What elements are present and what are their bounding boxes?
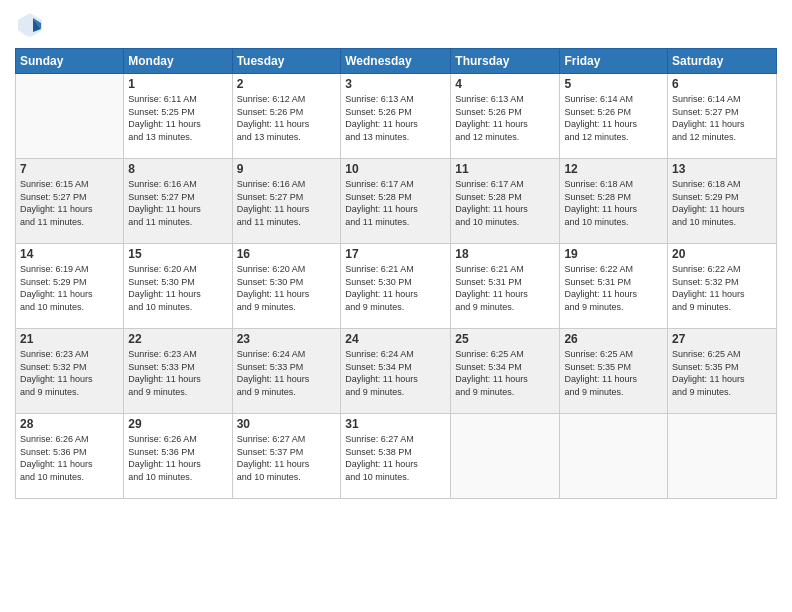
- day-number: 18: [455, 247, 555, 261]
- calendar-day-cell: 28Sunrise: 6:26 AMSunset: 5:36 PMDayligh…: [16, 414, 124, 499]
- day-info: Sunrise: 6:27 AMSunset: 5:38 PMDaylight:…: [345, 433, 446, 483]
- calendar-day-cell: 18Sunrise: 6:21 AMSunset: 5:31 PMDayligh…: [451, 244, 560, 329]
- calendar-day-cell: 11Sunrise: 6:17 AMSunset: 5:28 PMDayligh…: [451, 159, 560, 244]
- day-number: 14: [20, 247, 119, 261]
- logo-icon: [15, 10, 45, 40]
- day-info: Sunrise: 6:20 AMSunset: 5:30 PMDaylight:…: [237, 263, 337, 313]
- calendar-week-row: 21Sunrise: 6:23 AMSunset: 5:32 PMDayligh…: [16, 329, 777, 414]
- day-number: 28: [20, 417, 119, 431]
- calendar-day-cell: 20Sunrise: 6:22 AMSunset: 5:32 PMDayligh…: [668, 244, 777, 329]
- calendar-day-cell: [560, 414, 668, 499]
- calendar-day-cell: 5Sunrise: 6:14 AMSunset: 5:26 PMDaylight…: [560, 74, 668, 159]
- day-info: Sunrise: 6:23 AMSunset: 5:33 PMDaylight:…: [128, 348, 227, 398]
- day-info: Sunrise: 6:27 AMSunset: 5:37 PMDaylight:…: [237, 433, 337, 483]
- calendar-day-cell: 9Sunrise: 6:16 AMSunset: 5:27 PMDaylight…: [232, 159, 341, 244]
- day-info: Sunrise: 6:12 AMSunset: 5:26 PMDaylight:…: [237, 93, 337, 143]
- day-number: 8: [128, 162, 227, 176]
- day-number: 22: [128, 332, 227, 346]
- day-of-week-header: Tuesday: [232, 49, 341, 74]
- day-info: Sunrise: 6:17 AMSunset: 5:28 PMDaylight:…: [455, 178, 555, 228]
- day-info: Sunrise: 6:16 AMSunset: 5:27 PMDaylight:…: [128, 178, 227, 228]
- day-info: Sunrise: 6:24 AMSunset: 5:33 PMDaylight:…: [237, 348, 337, 398]
- day-of-week-header: Monday: [124, 49, 232, 74]
- day-number: 19: [564, 247, 663, 261]
- day-info: Sunrise: 6:22 AMSunset: 5:32 PMDaylight:…: [672, 263, 772, 313]
- calendar-week-row: 1Sunrise: 6:11 AMSunset: 5:25 PMDaylight…: [16, 74, 777, 159]
- calendar-day-cell: 6Sunrise: 6:14 AMSunset: 5:27 PMDaylight…: [668, 74, 777, 159]
- day-info: Sunrise: 6:26 AMSunset: 5:36 PMDaylight:…: [20, 433, 119, 483]
- calendar-table: SundayMondayTuesdayWednesdayThursdayFrid…: [15, 48, 777, 499]
- day-info: Sunrise: 6:26 AMSunset: 5:36 PMDaylight:…: [128, 433, 227, 483]
- calendar-day-cell: [16, 74, 124, 159]
- calendar-day-cell: 10Sunrise: 6:17 AMSunset: 5:28 PMDayligh…: [341, 159, 451, 244]
- day-info: Sunrise: 6:13 AMSunset: 5:26 PMDaylight:…: [455, 93, 555, 143]
- day-info: Sunrise: 6:24 AMSunset: 5:34 PMDaylight:…: [345, 348, 446, 398]
- day-number: 23: [237, 332, 337, 346]
- day-of-week-header: Wednesday: [341, 49, 451, 74]
- calendar-day-cell: 8Sunrise: 6:16 AMSunset: 5:27 PMDaylight…: [124, 159, 232, 244]
- day-of-week-header: Saturday: [668, 49, 777, 74]
- day-number: 1: [128, 77, 227, 91]
- calendar-day-cell: 19Sunrise: 6:22 AMSunset: 5:31 PMDayligh…: [560, 244, 668, 329]
- day-of-week-header: Thursday: [451, 49, 560, 74]
- day-number: 7: [20, 162, 119, 176]
- day-info: Sunrise: 6:23 AMSunset: 5:32 PMDaylight:…: [20, 348, 119, 398]
- calendar-day-cell: 2Sunrise: 6:12 AMSunset: 5:26 PMDaylight…: [232, 74, 341, 159]
- day-number: 17: [345, 247, 446, 261]
- day-number: 30: [237, 417, 337, 431]
- calendar-day-cell: 4Sunrise: 6:13 AMSunset: 5:26 PMDaylight…: [451, 74, 560, 159]
- day-info: Sunrise: 6:11 AMSunset: 5:25 PMDaylight:…: [128, 93, 227, 143]
- calendar-day-cell: 13Sunrise: 6:18 AMSunset: 5:29 PMDayligh…: [668, 159, 777, 244]
- calendar-day-cell: 27Sunrise: 6:25 AMSunset: 5:35 PMDayligh…: [668, 329, 777, 414]
- calendar-header-row: SundayMondayTuesdayWednesdayThursdayFrid…: [16, 49, 777, 74]
- day-info: Sunrise: 6:19 AMSunset: 5:29 PMDaylight:…: [20, 263, 119, 313]
- day-number: 3: [345, 77, 446, 91]
- calendar-day-cell: 30Sunrise: 6:27 AMSunset: 5:37 PMDayligh…: [232, 414, 341, 499]
- calendar-day-cell: 14Sunrise: 6:19 AMSunset: 5:29 PMDayligh…: [16, 244, 124, 329]
- day-number: 12: [564, 162, 663, 176]
- day-number: 4: [455, 77, 555, 91]
- day-number: 10: [345, 162, 446, 176]
- calendar-week-row: 14Sunrise: 6:19 AMSunset: 5:29 PMDayligh…: [16, 244, 777, 329]
- day-info: Sunrise: 6:22 AMSunset: 5:31 PMDaylight:…: [564, 263, 663, 313]
- calendar-week-row: 7Sunrise: 6:15 AMSunset: 5:27 PMDaylight…: [16, 159, 777, 244]
- day-info: Sunrise: 6:25 AMSunset: 5:35 PMDaylight:…: [564, 348, 663, 398]
- day-number: 6: [672, 77, 772, 91]
- day-info: Sunrise: 6:21 AMSunset: 5:30 PMDaylight:…: [345, 263, 446, 313]
- day-number: 26: [564, 332, 663, 346]
- day-of-week-header: Friday: [560, 49, 668, 74]
- day-info: Sunrise: 6:15 AMSunset: 5:27 PMDaylight:…: [20, 178, 119, 228]
- calendar-day-cell: [451, 414, 560, 499]
- day-info: Sunrise: 6:18 AMSunset: 5:29 PMDaylight:…: [672, 178, 772, 228]
- calendar-day-cell: 16Sunrise: 6:20 AMSunset: 5:30 PMDayligh…: [232, 244, 341, 329]
- day-number: 11: [455, 162, 555, 176]
- calendar-day-cell: 1Sunrise: 6:11 AMSunset: 5:25 PMDaylight…: [124, 74, 232, 159]
- day-of-week-header: Sunday: [16, 49, 124, 74]
- day-info: Sunrise: 6:14 AMSunset: 5:26 PMDaylight:…: [564, 93, 663, 143]
- calendar-day-cell: 25Sunrise: 6:25 AMSunset: 5:34 PMDayligh…: [451, 329, 560, 414]
- day-number: 9: [237, 162, 337, 176]
- day-info: Sunrise: 6:14 AMSunset: 5:27 PMDaylight:…: [672, 93, 772, 143]
- day-number: 29: [128, 417, 227, 431]
- day-number: 27: [672, 332, 772, 346]
- day-number: 31: [345, 417, 446, 431]
- page: SundayMondayTuesdayWednesdayThursdayFrid…: [0, 0, 792, 612]
- day-number: 16: [237, 247, 337, 261]
- day-info: Sunrise: 6:17 AMSunset: 5:28 PMDaylight:…: [345, 178, 446, 228]
- day-info: Sunrise: 6:13 AMSunset: 5:26 PMDaylight:…: [345, 93, 446, 143]
- calendar-day-cell: 24Sunrise: 6:24 AMSunset: 5:34 PMDayligh…: [341, 329, 451, 414]
- day-number: 13: [672, 162, 772, 176]
- calendar-day-cell: 29Sunrise: 6:26 AMSunset: 5:36 PMDayligh…: [124, 414, 232, 499]
- day-number: 15: [128, 247, 227, 261]
- day-info: Sunrise: 6:25 AMSunset: 5:34 PMDaylight:…: [455, 348, 555, 398]
- calendar-day-cell: [668, 414, 777, 499]
- logo: [15, 10, 49, 40]
- day-number: 20: [672, 247, 772, 261]
- calendar-day-cell: 21Sunrise: 6:23 AMSunset: 5:32 PMDayligh…: [16, 329, 124, 414]
- day-info: Sunrise: 6:21 AMSunset: 5:31 PMDaylight:…: [455, 263, 555, 313]
- day-number: 5: [564, 77, 663, 91]
- calendar-week-row: 28Sunrise: 6:26 AMSunset: 5:36 PMDayligh…: [16, 414, 777, 499]
- day-number: 2: [237, 77, 337, 91]
- calendar-day-cell: 17Sunrise: 6:21 AMSunset: 5:30 PMDayligh…: [341, 244, 451, 329]
- day-info: Sunrise: 6:20 AMSunset: 5:30 PMDaylight:…: [128, 263, 227, 313]
